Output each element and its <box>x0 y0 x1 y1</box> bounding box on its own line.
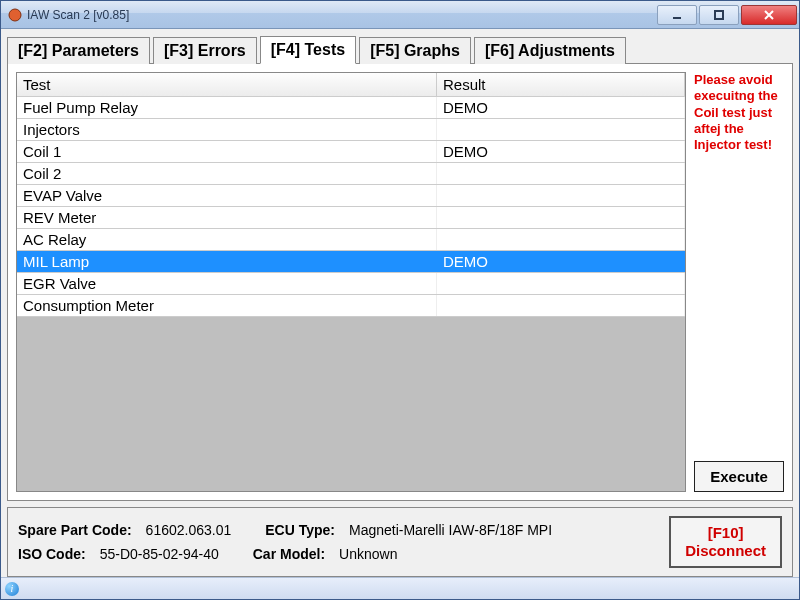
iso-code-value: 55-D0-85-02-94-40 <box>100 546 219 562</box>
cell-test: AC Relay <box>17 229 437 250</box>
side-column: Please avoid execuitng the Coil test jus… <box>694 72 784 492</box>
table-row[interactable]: EVAP Valve <box>17 185 685 207</box>
cell-result: DEMO <box>437 251 685 272</box>
cell-test: Coil 1 <box>17 141 437 162</box>
table-row[interactable]: MIL LampDEMO <box>17 251 685 273</box>
svg-point-0 <box>9 9 21 21</box>
cell-result <box>437 207 685 228</box>
car-model-value: Unknown <box>339 546 397 562</box>
window-controls <box>657 5 797 25</box>
maximize-button[interactable] <box>699 5 739 25</box>
table-body: Fuel Pump RelayDEMOInjectorsCoil 1DEMOCo… <box>17 97 685 317</box>
cell-result: DEMO <box>437 141 685 162</box>
tests-panel: Test Result Fuel Pump RelayDEMOInjectors… <box>7 63 793 501</box>
app-window: IAW Scan 2 [v0.85] [F2] Parameters [F3] … <box>0 0 800 600</box>
execute-button[interactable]: Execute <box>694 461 784 492</box>
table-row[interactable]: Consumption Meter <box>17 295 685 317</box>
table-row[interactable]: AC Relay <box>17 229 685 251</box>
ecu-type-label: ECU Type: <box>265 522 335 538</box>
tests-table[interactable]: Test Result Fuel Pump RelayDEMOInjectors… <box>16 72 686 492</box>
tab-adjustments[interactable]: [F6] Adjustments <box>474 37 626 64</box>
disconnect-line2: Disconnect <box>685 542 766 560</box>
disconnect-line1: [F10] <box>685 524 766 542</box>
status-bar: Spare Part Code: 61602.063.01 ECU Type: … <box>7 507 793 577</box>
car-model-label: Car Model: <box>253 546 325 562</box>
cell-result: DEMO <box>437 97 685 118</box>
table-row[interactable]: Injectors <box>17 119 685 141</box>
cell-test: REV Meter <box>17 207 437 228</box>
table-row[interactable]: EGR Valve <box>17 273 685 295</box>
bottom-bar: i <box>1 577 799 599</box>
tab-strip: [F2] Parameters [F3] Errors [F4] Tests [… <box>7 35 793 63</box>
cell-test: EVAP Valve <box>17 185 437 206</box>
cell-result <box>437 185 685 206</box>
cell-test: Coil 2 <box>17 163 437 184</box>
cell-test: Fuel Pump Relay <box>17 97 437 118</box>
window-title: IAW Scan 2 [v0.85] <box>27 8 657 22</box>
iso-code-label: ISO Code: <box>18 546 86 562</box>
info-icon[interactable]: i <box>5 582 19 596</box>
cell-result <box>437 229 685 250</box>
tab-errors[interactable]: [F3] Errors <box>153 37 257 64</box>
col-header-result[interactable]: Result <box>437 73 685 96</box>
spare-part-value: 61602.063.01 <box>146 522 232 538</box>
cell-result <box>437 295 685 316</box>
table-row[interactable]: Coil 2 <box>17 163 685 185</box>
cell-result <box>437 163 685 184</box>
titlebar[interactable]: IAW Scan 2 [v0.85] <box>1 1 799 29</box>
cell-test: Injectors <box>17 119 437 140</box>
table-row[interactable]: Coil 1DEMO <box>17 141 685 163</box>
app-icon <box>7 7 23 23</box>
cell-result <box>437 119 685 140</box>
warning-text: Please avoid execuitng the Coil test jus… <box>694 72 784 153</box>
table-header: Test Result <box>17 73 685 97</box>
cell-test: Consumption Meter <box>17 295 437 316</box>
svg-rect-1 <box>673 17 681 19</box>
cell-test: MIL Lamp <box>17 251 437 272</box>
cell-test: EGR Valve <box>17 273 437 294</box>
table-row[interactable]: Fuel Pump RelayDEMO <box>17 97 685 119</box>
disconnect-button[interactable]: [F10] Disconnect <box>669 516 782 568</box>
close-button[interactable] <box>741 5 797 25</box>
table-row[interactable]: REV Meter <box>17 207 685 229</box>
tab-graphs[interactable]: [F5] Graphs <box>359 37 471 64</box>
minimize-button[interactable] <box>657 5 697 25</box>
client-area: [F2] Parameters [F3] Errors [F4] Tests [… <box>1 29 799 577</box>
cell-result <box>437 273 685 294</box>
col-header-test[interactable]: Test <box>17 73 437 96</box>
tab-parameters[interactable]: [F2] Parameters <box>7 37 150 64</box>
table-empty-area <box>17 317 685 491</box>
ecu-type-value: Magneti-Marelli IAW-8F/18F MPI <box>349 522 552 538</box>
svg-rect-2 <box>715 11 723 19</box>
tab-tests[interactable]: [F4] Tests <box>260 36 356 64</box>
spare-part-label: Spare Part Code: <box>18 522 132 538</box>
